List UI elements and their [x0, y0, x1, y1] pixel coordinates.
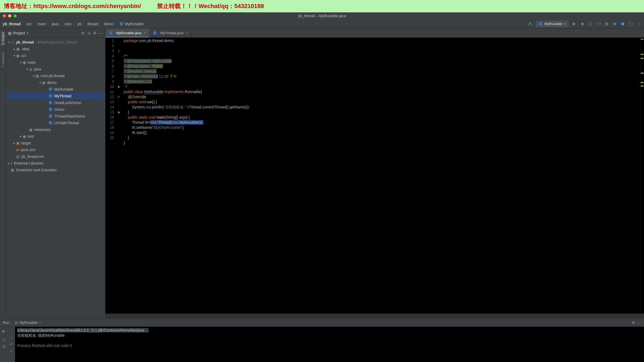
close-icon[interactable]: × — [186, 31, 188, 35]
profiler-button[interactable]: ▾ — [596, 22, 601, 26]
svg-marker-0 — [573, 22, 576, 26]
code-content[interactable]: package com.yb.thread.demo; /** * @Class… — [122, 38, 640, 314]
run-tools-right: ↑ ↓ ↩ ⤓ — [8, 327, 15, 362]
gear-icon[interactable]: ⚙ — [632, 321, 635, 325]
svg-rect-8 — [629, 22, 632, 25]
up-arrow-icon[interactable]: ↑ — [10, 329, 12, 333]
run-line-icon[interactable] — [118, 111, 120, 114]
close-icon[interactable]: × — [39, 321, 41, 325]
build-icon[interactable] — [528, 22, 532, 26]
svg-point-1 — [581, 23, 584, 25]
tab-structure[interactable]: 7: Structure — [1, 51, 5, 69]
editor-tab-myrunable[interactable]: C MyRunable.java × — [105, 29, 150, 37]
console-output[interactable]: /Library/Java/JavaVirtualMachines/jdk1.8… — [15, 327, 644, 362]
project-sidebar: ▤ Project ▾ ⊕ ⇲ ⚙ — ▾▢yb_thread ~/IdeaPr… — [6, 29, 105, 318]
tree-resources[interactable]: ▣resources — [6, 126, 105, 133]
console-stdout: 当前线程名: 线程MyRunable — [17, 333, 642, 338]
project-tree[interactable]: ▾▢yb_thread ~/IdeaProjects/yb_thread ▸▣.… — [6, 38, 105, 318]
git-button[interactable] — [620, 22, 625, 26]
banner-blog: 博客地址：https://www.cnblogs.com/chenyanbin/ — [4, 2, 141, 10]
tree-scratches[interactable]: ▦Scratches and Consoles — [6, 166, 105, 173]
tree-file-myrunable[interactable]: CMyRunable — [6, 86, 105, 93]
window-zoom-button[interactable] — [13, 14, 17, 17]
crumb-yb[interactable]: yb — [77, 22, 82, 26]
editor-tab-mythread[interactable]: C MyThread.java × — [150, 29, 192, 37]
tree-file-unsafethread[interactable]: CUnSafeThread — [6, 119, 105, 126]
tree-file-demo[interactable]: CDemo — [6, 106, 105, 113]
run-line-icon[interactable] — [118, 86, 120, 88]
run-header: Run: ▤ MyRunable × ⚙ — — [0, 319, 644, 327]
code-editor[interactable]: 1234567891011121314151617181920 ⊟ o↑ pac… — [105, 38, 644, 314]
hide-icon[interactable]: — — [638, 321, 641, 325]
watermark-banner: 博客地址：https://www.cnblogs.com/chenyanbin/… — [0, 0, 644, 12]
crumb-com[interactable]: com — [65, 22, 72, 26]
breadcrumb[interactable]: yb_thread〉 src〉 main〉 java〉 com〉 yb〉 thr… — [3, 22, 144, 26]
hide-icon[interactable]: — — [99, 31, 103, 35]
line-number-gutter: 1234567891011121314151617181920 — [105, 38, 116, 314]
window-title: yb_thread – MyRunable.java — [298, 14, 346, 18]
crumb-class[interactable]: MyRunable — [125, 22, 144, 26]
tree-external-libs[interactable]: ▸⫴External Libraries — [6, 160, 105, 166]
tab-project[interactable]: 1: Project — [1, 31, 5, 46]
svg-rect-4 — [589, 22, 592, 25]
scroll-to-end-icon[interactable]: ⤓ — [10, 348, 13, 353]
window-close-button[interactable] — [3, 14, 6, 17]
locate-icon[interactable]: ⊕ — [81, 31, 84, 35]
console-exit: Process finished with exit code 0 — [17, 343, 642, 348]
chevron-down-icon: ▾ — [564, 22, 566, 26]
down-arrow-icon[interactable]: ↓ — [10, 335, 12, 340]
collapse-icon[interactable]: ⇲ — [87, 31, 90, 35]
gear-icon[interactable]: ⚙ — [93, 31, 97, 35]
tree-target[interactable]: ▸▣target — [6, 140, 105, 146]
crumb-thread[interactable]: thread — [87, 22, 98, 26]
run-tool-window: Run: ▤ MyRunable × ⚙ — ⎙ ⚙ ↑ ↓ ↩ ⤓ /Libr… — [0, 318, 644, 362]
class-icon: C — [539, 22, 543, 26]
soft-wrap-icon[interactable]: ↩ — [10, 342, 13, 346]
tree-src[interactable]: ▾▣src — [6, 52, 105, 59]
tree-iml[interactable]: ▤yb_thread.iml — [6, 153, 105, 160]
error-stripe[interactable] — [640, 38, 644, 314]
crumb-demo[interactable]: demo — [104, 22, 114, 26]
gutter-icons[interactable]: ⊟ o↑ — [116, 38, 122, 314]
rerun-button[interactable] — [1, 329, 6, 334]
tree-root[interactable]: ▾▢yb_thread ~/IdeaProjects/yb_thread — [6, 39, 105, 45]
tree-pom[interactable]: mpom.xml — [6, 146, 105, 153]
navigation-bar: yb_thread〉 src〉 main〉 java〉 com〉 yb〉 thr… — [0, 19, 644, 29]
sidebar-header: ▤ Project ▾ ⊕ ⇲ ⚙ — — [6, 29, 105, 38]
run-button[interactable] — [572, 22, 577, 26]
class-icon: C — [119, 22, 124, 26]
tree-test[interactable]: ▸▣test — [6, 133, 105, 140]
sidebar-title-label: Project — [13, 31, 25, 35]
class-icon: C — [109, 31, 113, 35]
editor-area: C MyRunable.java × C MyThread.java × 123… — [105, 29, 644, 318]
tree-file-threadstatedemo[interactable]: CThreadStateDemo — [6, 113, 105, 119]
run-tab[interactable]: ▤ MyRunable × — [13, 320, 43, 325]
camera-icon[interactable]: ⎙ — [3, 338, 5, 342]
tree-package[interactable]: ▾▦com.yb.thread — [6, 72, 105, 79]
update-button[interactable] — [612, 22, 617, 26]
settings-icon[interactable] — [636, 22, 641, 26]
console-cmd: /Library/Java/JavaVirtualMachines/jdk1.8… — [17, 328, 148, 332]
debug-button[interactable] — [580, 22, 585, 26]
toolbar-actions: C MyRunable ▾ ▾ — [528, 21, 641, 27]
crumb-src[interactable]: src — [27, 22, 32, 26]
tree-file-mythread[interactable]: CMyThread — [6, 93, 105, 99]
tree-demo[interactable]: ▾▦demo — [6, 79, 105, 86]
stop-button[interactable] — [604, 22, 609, 26]
settings-icon[interactable]: ⚙ — [2, 345, 6, 349]
coverage-button[interactable] — [588, 22, 593, 26]
tree-java[interactable]: ▾▣java — [6, 66, 105, 72]
window-minimize-button[interactable] — [8, 14, 11, 17]
tab-label: MyRunable.java — [116, 31, 141, 35]
tree-main[interactable]: ▾▣main — [6, 59, 105, 66]
crumb-project[interactable]: yb_thread — [3, 22, 21, 26]
search-everywhere-button[interactable] — [628, 22, 633, 26]
banner-notice: 禁止转载！！！Wechat/qq：543210188 — [157, 2, 264, 10]
run-config-selector[interactable]: C MyRunable ▾ — [536, 21, 569, 27]
crumb-java[interactable]: java — [52, 22, 59, 26]
crumb-main[interactable]: main — [38, 22, 46, 26]
chevron-down-icon[interactable]: ▾ — [27, 31, 29, 35]
tree-file-deadlockdemo[interactable]: CDeadLockDemo — [6, 99, 105, 106]
tree-idea[interactable]: ▸▣.idea — [6, 45, 105, 52]
close-icon[interactable]: × — [144, 31, 146, 35]
